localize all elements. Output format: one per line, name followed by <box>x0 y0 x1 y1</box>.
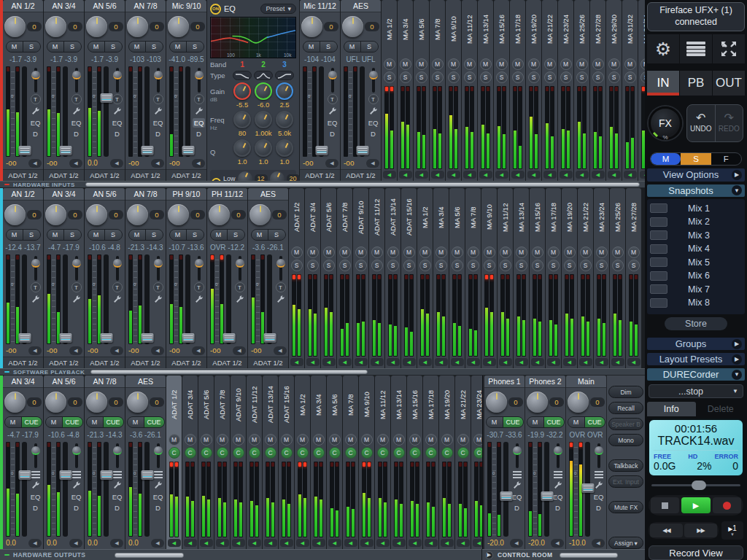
cue-button[interactable]: CUE <box>544 417 564 427</box>
solo-button[interactable]: S <box>23 42 40 52</box>
delete-tab[interactable]: Delete <box>697 402 746 416</box>
mute-button[interactable]: M <box>612 246 624 258</box>
eq-preset-dropdown[interactable]: Preset▾ <box>260 4 296 14</box>
gain-knob[interactable] <box>4 16 26 37</box>
output-assign[interactable]: ADAT 1/2 <box>341 169 381 181</box>
fader-cap[interactable] <box>141 146 153 155</box>
channel-name[interactable]: MA 11/12 <box>465 1 473 57</box>
gain-knob[interactable] <box>86 392 107 413</box>
mute-button[interactable]: M <box>88 230 105 240</box>
cue-button[interactable]: C <box>249 447 260 459</box>
solo-button[interactable]: S <box>416 71 427 83</box>
mute-button[interactable]: M <box>361 434 373 446</box>
gain-knob[interactable] <box>209 204 230 225</box>
dynamics-button[interactable]: D <box>511 503 523 513</box>
mute-button[interactable]: M <box>487 417 503 427</box>
trim-cap[interactable] <box>72 446 81 455</box>
trim-gain-slider[interactable] <box>75 256 78 281</box>
channel-name[interactable]: MA 19/20 <box>565 190 573 245</box>
record-state-dropdown[interactable]: ...stop ▼ <box>649 384 743 397</box>
output-assign[interactable]: ADAT 1/2 <box>166 357 206 368</box>
mute-button[interactable]: M <box>307 246 319 258</box>
trim-button[interactable]: T <box>153 282 163 292</box>
mute-button[interactable]: M <box>576 58 588 70</box>
gain-knob[interactable] <box>45 392 66 413</box>
channel-name[interactable]: Main <box>566 376 606 388</box>
options-icon[interactable] <box>31 471 40 478</box>
channel-name[interactable]: MA 3/4 <box>401 1 409 57</box>
channel-name[interactable]: MA 21/22 <box>459 377 467 432</box>
collapse-channel-button[interactable]: ◀ <box>595 358 608 366</box>
channel-name[interactable]: MA 25/26 <box>614 190 622 245</box>
collapse-channel-button[interactable]: ◀ <box>264 539 277 547</box>
mute-button[interactable]: M <box>211 230 228 240</box>
trim-gain-slider[interactable] <box>239 256 241 281</box>
cue-button[interactable]: C <box>313 447 325 459</box>
mute-button[interactable]: M <box>313 434 325 446</box>
collapse-channel-button[interactable]: ◀ <box>531 358 544 366</box>
mute-button[interactable]: M <box>432 58 444 70</box>
solo-button[interactable]: S <box>512 71 524 83</box>
fader-cap[interactable] <box>141 470 153 480</box>
trim-gain-slider[interactable] <box>331 68 334 93</box>
snapshot-select-button[interactable] <box>650 298 667 308</box>
eq-gain-knob[interactable] <box>233 82 251 100</box>
volume-fader[interactable] <box>585 442 590 537</box>
collapse-channel-button[interactable]: ◀ <box>360 539 374 547</box>
mute-button[interactable]: M <box>249 434 260 446</box>
solo-button[interactable]: S <box>339 260 351 271</box>
channel-name[interactable]: MA 9/10 <box>485 190 493 245</box>
next-track-button[interactable]: ▶▶ <box>684 524 717 537</box>
collapse-arrow-icon[interactable] <box>4 371 9 373</box>
eq-q-knob[interactable] <box>233 139 251 157</box>
mute-button[interactable]: M <box>129 42 146 52</box>
channel-name[interactable]: AN 5/6 <box>85 0 125 12</box>
output-assign[interactable]: ADAT 1/2 <box>248 357 288 368</box>
wrench-icon[interactable] <box>152 294 163 305</box>
collapse-channel-button[interactable]: ◀ <box>435 358 448 366</box>
info-tab[interactable]: Info <box>647 402 696 416</box>
collapse-channel-button[interactable]: ◀ <box>383 171 396 179</box>
mute-button[interactable]: M <box>7 42 23 52</box>
collapse-channel-button[interactable]: ◀ <box>447 171 460 179</box>
solo-button[interactable]: S <box>612 260 624 271</box>
collapse-arrow-icon[interactable] <box>4 184 9 185</box>
cue-button[interactable]: CUE <box>585 417 605 427</box>
collapse-channel-button[interactable]: ◀ <box>592 539 605 548</box>
trim-cap[interactable] <box>154 71 163 79</box>
snapshot-select-button[interactable] <box>650 284 667 294</box>
channel-name[interactable]: MA 5/6 <box>453 190 461 245</box>
fader-cap[interactable] <box>100 333 112 343</box>
cue-button[interactable]: CUE <box>503 417 523 427</box>
fader-cap[interactable] <box>18 146 31 155</box>
gain-knob[interactable] <box>568 392 589 413</box>
cue-button[interactable]: C <box>345 447 357 459</box>
channel-name[interactable]: AN 5/6 <box>44 376 84 388</box>
record-view-button[interactable]: Record View <box>649 545 743 560</box>
collapse-channel-button[interactable]: ◀ <box>192 346 205 355</box>
trim-button[interactable]: T <box>328 94 338 104</box>
wrench-icon[interactable] <box>30 294 41 305</box>
snapshot-row[interactable]: Mix 5 <box>650 256 742 270</box>
eq-type-button[interactable] <box>254 71 273 80</box>
channel-name[interactable]: PH 11/12 <box>207 188 247 201</box>
trim-gain-slider[interactable] <box>157 256 160 281</box>
solo-master-button[interactable]: S <box>681 153 711 165</box>
volume-fader[interactable] <box>319 66 324 157</box>
wrench-icon[interactable] <box>152 106 163 117</box>
volume-fader[interactable] <box>22 442 27 537</box>
trim-button[interactable]: T <box>235 282 245 292</box>
trim-button[interactable]: T <box>112 94 123 104</box>
output-assign[interactable]: ADAT 1/2 <box>3 169 43 181</box>
trim-cap[interactable] <box>595 446 603 455</box>
collapse-channel-button[interactable]: ◀ <box>624 171 637 179</box>
collapse-channel-button[interactable]: ◀ <box>110 159 123 168</box>
output-assign[interactable]: ADAT 1/2 <box>44 169 84 181</box>
output-assign[interactable]: ADAT 1/2 <box>207 357 247 368</box>
trim-gain-slider[interactable] <box>34 443 37 468</box>
mute-button[interactable]: M <box>5 417 22 427</box>
channel-name[interactable]: ADAT 1/2 <box>170 377 178 432</box>
collapse-channel-button[interactable]: ◀ <box>551 539 564 548</box>
cue-button[interactable]: C <box>297 447 309 459</box>
channel-name[interactable]: MA 13/14 <box>395 377 403 432</box>
